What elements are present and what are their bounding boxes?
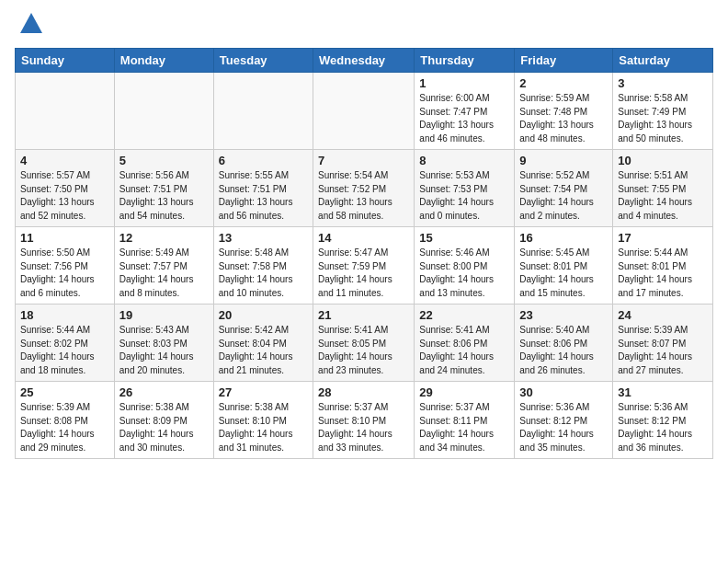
- calendar-week-row: 11Sunrise: 5:50 AM Sunset: 7:56 PM Dayli…: [16, 227, 713, 304]
- cell-content: Sunrise: 5:56 AM Sunset: 7:51 PM Dayligh…: [119, 169, 209, 223]
- calendar-cell: 13Sunrise: 5:48 AM Sunset: 7:58 PM Dayli…: [213, 227, 313, 304]
- cell-content: Sunrise: 5:37 AM Sunset: 8:11 PM Dayligh…: [419, 401, 509, 454]
- cell-content: Sunrise: 5:46 AM Sunset: 8:00 PM Dayligh…: [419, 247, 509, 300]
- day-number: 10: [618, 154, 708, 167]
- cell-content: Sunrise: 5:55 AM Sunset: 7:51 PM Dayligh…: [219, 169, 308, 223]
- day-number: 9: [519, 154, 608, 167]
- cell-content: Sunrise: 5:58 AM Sunset: 7:49 PM Dayligh…: [618, 92, 708, 145]
- day-number: 31: [618, 385, 708, 399]
- calendar-cell: 7Sunrise: 5:54 AM Sunset: 7:52 PM Daylig…: [313, 150, 415, 227]
- calendar-week-row: 18Sunrise: 5:44 AM Sunset: 8:02 PM Dayli…: [16, 304, 713, 382]
- cell-content: Sunrise: 5:37 AM Sunset: 8:10 PM Dayligh…: [318, 401, 409, 454]
- cell-content: Sunrise: 5:36 AM Sunset: 8:12 PM Dayligh…: [618, 401, 708, 454]
- cell-content: Sunrise: 5:39 AM Sunset: 8:07 PM Dayligh…: [618, 324, 708, 377]
- calendar-cell: [213, 73, 313, 150]
- day-number: 4: [20, 154, 109, 167]
- cell-content: Sunrise: 5:38 AM Sunset: 8:10 PM Dayligh…: [219, 401, 308, 454]
- cell-content: Sunrise: 5:52 AM Sunset: 7:54 PM Dayligh…: [519, 169, 608, 223]
- calendar-cell: 28Sunrise: 5:37 AM Sunset: 8:10 PM Dayli…: [313, 382, 415, 459]
- day-number: 28: [318, 385, 409, 399]
- day-number: 17: [618, 231, 708, 245]
- calendar-week-row: 25Sunrise: 5:39 AM Sunset: 8:08 PM Dayli…: [16, 382, 713, 459]
- cell-content: Sunrise: 5:48 AM Sunset: 7:58 PM Dayligh…: [219, 247, 308, 300]
- day-number: 30: [519, 385, 608, 399]
- cell-content: Sunrise: 5:44 AM Sunset: 8:01 PM Dayligh…: [618, 247, 708, 300]
- calendar-cell: 5Sunrise: 5:56 AM Sunset: 7:51 PM Daylig…: [114, 150, 213, 227]
- day-number: 6: [219, 154, 308, 167]
- day-number: 24: [618, 308, 708, 322]
- svg-marker-0: [20, 13, 42, 33]
- calendar-week-row: 4Sunrise: 5:57 AM Sunset: 7:50 PM Daylig…: [16, 150, 713, 227]
- cell-content: Sunrise: 5:51 AM Sunset: 7:55 PM Dayligh…: [618, 169, 708, 223]
- cell-content: Sunrise: 5:42 AM Sunset: 8:04 PM Dayligh…: [219, 324, 308, 377]
- weekday-header: Tuesday: [213, 49, 313, 73]
- logo: [15, 15, 44, 37]
- calendar-cell: [313, 73, 415, 150]
- day-number: 23: [519, 308, 608, 322]
- cell-content: Sunrise: 5:54 AM Sunset: 7:52 PM Dayligh…: [318, 169, 409, 223]
- calendar-cell: 15Sunrise: 5:46 AM Sunset: 8:00 PM Dayli…: [415, 227, 515, 304]
- weekday-header: Sunday: [16, 49, 115, 73]
- calendar-cell: [114, 73, 213, 150]
- day-number: 29: [419, 385, 509, 399]
- calendar-cell: 30Sunrise: 5:36 AM Sunset: 8:12 PM Dayli…: [515, 382, 613, 459]
- calendar-cell: 25Sunrise: 5:39 AM Sunset: 8:08 PM Dayli…: [16, 382, 115, 459]
- cell-content: Sunrise: 5:49 AM Sunset: 7:57 PM Dayligh…: [119, 247, 209, 300]
- day-number: 16: [519, 231, 608, 245]
- day-number: 7: [318, 154, 409, 167]
- calendar-cell: 8Sunrise: 5:53 AM Sunset: 7:53 PM Daylig…: [415, 150, 515, 227]
- day-number: 27: [219, 385, 308, 399]
- cell-content: Sunrise: 5:50 AM Sunset: 7:56 PM Dayligh…: [20, 247, 109, 300]
- calendar-cell: 22Sunrise: 5:41 AM Sunset: 8:06 PM Dayli…: [415, 304, 515, 382]
- day-number: 14: [318, 231, 409, 245]
- day-number: 21: [318, 308, 409, 322]
- calendar-cell: 3Sunrise: 5:58 AM Sunset: 7:49 PM Daylig…: [613, 73, 713, 150]
- weekday-header: Saturday: [613, 49, 713, 73]
- cell-content: Sunrise: 5:36 AM Sunset: 8:12 PM Dayligh…: [519, 401, 608, 454]
- calendar-cell: 24Sunrise: 5:39 AM Sunset: 8:07 PM Dayli…: [613, 304, 713, 382]
- calendar-cell: 6Sunrise: 5:55 AM Sunset: 7:51 PM Daylig…: [213, 150, 313, 227]
- calendar-cell: 17Sunrise: 5:44 AM Sunset: 8:01 PM Dayli…: [613, 227, 713, 304]
- cell-content: Sunrise: 5:41 AM Sunset: 8:05 PM Dayligh…: [318, 324, 409, 377]
- calendar-cell: 1Sunrise: 6:00 AM Sunset: 7:47 PM Daylig…: [415, 73, 515, 150]
- cell-content: Sunrise: 5:53 AM Sunset: 7:53 PM Dayligh…: [419, 169, 509, 223]
- cell-content: Sunrise: 6:00 AM Sunset: 7:47 PM Dayligh…: [419, 92, 509, 145]
- calendar-cell: 19Sunrise: 5:43 AM Sunset: 8:03 PM Dayli…: [114, 304, 213, 382]
- calendar-table: SundayMondayTuesdayWednesdayThursdayFrid…: [15, 48, 713, 459]
- calendar-cell: 29Sunrise: 5:37 AM Sunset: 8:11 PM Dayli…: [415, 382, 515, 459]
- calendar-week-row: 1Sunrise: 6:00 AM Sunset: 7:47 PM Daylig…: [16, 73, 713, 150]
- weekday-header: Friday: [515, 49, 613, 73]
- page-header: [15, 15, 713, 37]
- calendar-cell: 12Sunrise: 5:49 AM Sunset: 7:57 PM Dayli…: [114, 227, 213, 304]
- cell-content: Sunrise: 5:41 AM Sunset: 8:06 PM Dayligh…: [419, 324, 509, 377]
- day-number: 8: [419, 154, 509, 167]
- weekday-header-row: SundayMondayTuesdayWednesdayThursdayFrid…: [16, 49, 713, 73]
- day-number: 5: [119, 154, 209, 167]
- cell-content: Sunrise: 5:45 AM Sunset: 8:01 PM Dayligh…: [519, 247, 608, 300]
- day-number: 18: [20, 308, 109, 322]
- calendar-cell: 14Sunrise: 5:47 AM Sunset: 7:59 PM Dayli…: [313, 227, 415, 304]
- day-number: 25: [20, 385, 109, 399]
- calendar-cell: 31Sunrise: 5:36 AM Sunset: 8:12 PM Dayli…: [613, 382, 713, 459]
- day-number: 12: [119, 231, 209, 245]
- day-number: 15: [419, 231, 509, 245]
- calendar-cell: [16, 73, 115, 150]
- cell-content: Sunrise: 5:57 AM Sunset: 7:50 PM Dayligh…: [20, 169, 109, 223]
- calendar-cell: 2Sunrise: 5:59 AM Sunset: 7:48 PM Daylig…: [515, 73, 613, 150]
- day-number: 20: [219, 308, 308, 322]
- calendar-cell: 9Sunrise: 5:52 AM Sunset: 7:54 PM Daylig…: [515, 150, 613, 227]
- calendar-cell: 20Sunrise: 5:42 AM Sunset: 8:04 PM Dayli…: [213, 304, 313, 382]
- cell-content: Sunrise: 5:40 AM Sunset: 8:06 PM Dayligh…: [519, 324, 608, 377]
- logo-icon: [18, 11, 44, 37]
- calendar-cell: 16Sunrise: 5:45 AM Sunset: 8:01 PM Dayli…: [515, 227, 613, 304]
- calendar-cell: 26Sunrise: 5:38 AM Sunset: 8:09 PM Dayli…: [114, 382, 213, 459]
- cell-content: Sunrise: 5:59 AM Sunset: 7:48 PM Dayligh…: [519, 92, 608, 145]
- calendar-cell: 11Sunrise: 5:50 AM Sunset: 7:56 PM Dayli…: [16, 227, 115, 304]
- day-number: 19: [119, 308, 209, 322]
- calendar-cell: 10Sunrise: 5:51 AM Sunset: 7:55 PM Dayli…: [613, 150, 713, 227]
- cell-content: Sunrise: 5:38 AM Sunset: 8:09 PM Dayligh…: [119, 401, 209, 454]
- calendar-cell: 21Sunrise: 5:41 AM Sunset: 8:05 PM Dayli…: [313, 304, 415, 382]
- weekday-header: Monday: [114, 49, 213, 73]
- weekday-header: Wednesday: [313, 49, 415, 73]
- cell-content: Sunrise: 5:47 AM Sunset: 7:59 PM Dayligh…: [318, 247, 409, 300]
